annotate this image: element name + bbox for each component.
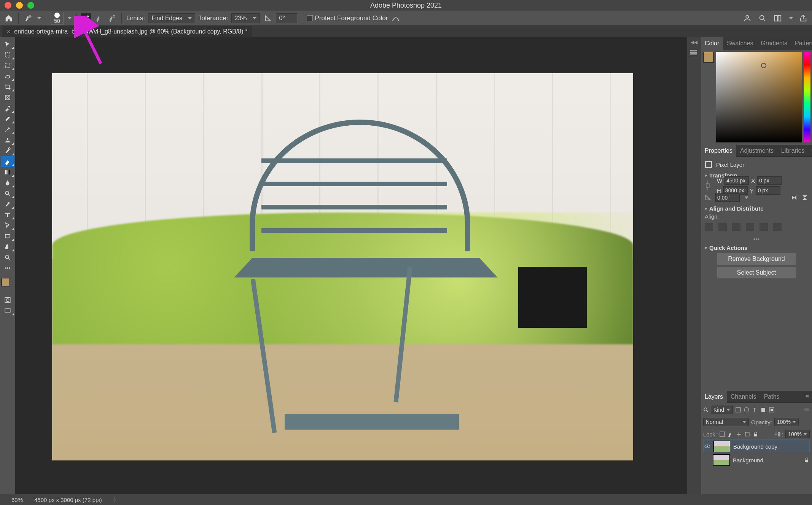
filter-adjust-icon[interactable] — [744, 407, 750, 413]
align-vcenter-button[interactable] — [759, 223, 768, 231]
filter-smart-icon[interactable] — [769, 407, 775, 413]
lock-all-icon[interactable] — [753, 431, 759, 437]
align-right-button[interactable] — [732, 223, 740, 231]
blur-tool[interactable] — [1, 177, 14, 188]
color-panel-swatch[interactable] — [703, 52, 714, 62]
tab-paths[interactable]: Paths — [760, 391, 783, 403]
layer-name[interactable]: Background — [733, 457, 763, 463]
blend-mode-select[interactable]: Normal — [703, 418, 749, 426]
chevron-down-icon[interactable] — [37, 17, 41, 19]
y-input[interactable]: 0 px — [756, 186, 780, 195]
align-section[interactable]: Align and Distribute — [705, 205, 808, 212]
marquee-tool[interactable] — [1, 60, 14, 71]
filter-shape-icon[interactable] — [760, 407, 766, 413]
width-input[interactable]: 4500 px — [724, 176, 749, 185]
link-wh-icon[interactable] — [705, 179, 713, 192]
eyedropper-tool[interactable] — [1, 103, 14, 113]
close-window-button[interactable] — [5, 2, 11, 9]
dodge-tool[interactable] — [1, 188, 14, 199]
status-chevron-icon[interactable]: 〉 — [113, 496, 119, 503]
color-swatches[interactable] — [1, 277, 14, 291]
foreground-color-swatch[interactable] — [2, 278, 10, 286]
close-tab-icon[interactable]: × — [7, 28, 10, 35]
cloud-docs-icon[interactable] — [742, 13, 752, 23]
spot-heal-tool[interactable] — [1, 113, 14, 124]
x-input[interactable]: 0 px — [757, 176, 782, 185]
tab-properties[interactable]: Properties — [701, 145, 736, 157]
document-canvas[interactable] — [52, 73, 633, 460]
tab-patterns[interactable]: Patterns — [791, 37, 812, 50]
background-eraser-tool[interactable] — [1, 156, 14, 167]
tab-libraries[interactable]: Libraries — [777, 145, 808, 157]
tab-color[interactable]: Color — [701, 37, 723, 50]
flip-v-icon[interactable] — [801, 194, 808, 201]
align-top-button[interactable] — [746, 223, 754, 231]
angle-input[interactable]: 0° — [276, 13, 297, 23]
lock-move-icon[interactable] — [736, 431, 742, 437]
minimize-window-button[interactable] — [16, 2, 23, 9]
filter-type-icon[interactable]: T — [752, 407, 758, 413]
align-left-button[interactable] — [705, 223, 713, 231]
color-field[interactable] — [716, 52, 802, 142]
path-select-tool[interactable] — [1, 220, 14, 231]
filter-toggle-icon[interactable] — [804, 407, 810, 413]
search-icon[interactable] — [758, 13, 767, 23]
tab-swatches[interactable]: Swatches — [723, 37, 757, 50]
home-button[interactable] — [4, 13, 14, 23]
tab-gradients[interactable]: Gradients — [757, 37, 791, 50]
tab-adjustments[interactable]: Adjustments — [736, 145, 777, 157]
visibility-toggle-icon[interactable] — [704, 457, 710, 463]
document-tab[interactable]: × enrique-ortega-mira b3xo3WvH_g8-unspla… — [2, 26, 252, 37]
tab-channels[interactable]: Channels — [727, 391, 760, 403]
lasso-tool[interactable] — [1, 71, 14, 82]
canvas-area[interactable] — [15, 37, 687, 494]
panel-menu-icon[interactable]: ≡ — [802, 391, 812, 403]
rotation-input[interactable]: 0.00° — [715, 193, 740, 202]
visibility-toggle-icon[interactable] — [704, 443, 710, 449]
history-brush-tool[interactable] — [1, 145, 14, 156]
protect-foreground-checkbox[interactable] — [307, 15, 313, 21]
remove-background-button[interactable]: Remove Background — [717, 253, 796, 265]
hand-tool[interactable] — [1, 241, 14, 252]
layer-name[interactable]: Background copy — [733, 443, 777, 450]
fill-input[interactable]: 100% — [785, 430, 810, 438]
chevron-down-icon[interactable] — [68, 17, 72, 19]
layer-row[interactable]: Background copy — [703, 439, 810, 453]
zoom-level[interactable]: 60% — [11, 497, 23, 503]
sampling-bg-swatch-button[interactable] — [107, 13, 117, 23]
chevron-down-icon[interactable] — [789, 17, 793, 19]
opacity-input[interactable]: 100% — [774, 418, 799, 426]
screen-mode-toggle[interactable] — [1, 305, 14, 316]
lock-pixels-icon[interactable] — [719, 431, 725, 437]
panel-menu-icon[interactable]: ≡ — [808, 145, 812, 157]
tab-layers[interactable]: Layers — [701, 391, 727, 403]
tolerance-select[interactable]: 23% — [231, 13, 260, 23]
angle-icon[interactable] — [263, 13, 273, 23]
flip-h-icon[interactable] — [791, 194, 798, 201]
filter-pixel-icon[interactable] — [735, 407, 741, 413]
layer-row[interactable]: Background — [703, 453, 810, 467]
crop-tool[interactable] — [1, 82, 14, 92]
gradient-tool[interactable] — [1, 167, 14, 177]
sampling-continuous-button[interactable] — [81, 13, 91, 23]
history-panel-icon[interactable] — [689, 48, 699, 58]
edit-toolbar[interactable]: ••• — [1, 263, 14, 273]
lock-artboard-icon[interactable] — [744, 431, 750, 437]
move-tool[interactable] — [1, 39, 14, 50]
quick-mask-toggle[interactable] — [1, 295, 14, 305]
share-icon[interactable] — [798, 13, 808, 23]
lock-position-icon[interactable] — [728, 431, 734, 437]
doc-dimensions[interactable]: 4500 px x 3000 px (72 ppi) — [34, 497, 102, 503]
artboard-tool[interactable] — [1, 50, 14, 60]
quick-actions-section[interactable]: Quick Actions — [705, 245, 808, 251]
brush-tool[interactable] — [1, 124, 14, 135]
tool-preset-picker[interactable] — [23, 13, 33, 23]
select-subject-button[interactable]: Select Subject — [717, 267, 796, 278]
zoom-window-button[interactable] — [27, 2, 34, 9]
brush-preset-picker[interactable]: 50 — [51, 12, 64, 25]
clone-stamp-tool[interactable] — [1, 135, 14, 145]
align-hcenter-button[interactable] — [718, 223, 727, 231]
search-icon[interactable] — [703, 407, 709, 412]
layer-filter-select[interactable]: Kind — [711, 406, 733, 414]
hue-slider[interactable] — [804, 52, 810, 142]
